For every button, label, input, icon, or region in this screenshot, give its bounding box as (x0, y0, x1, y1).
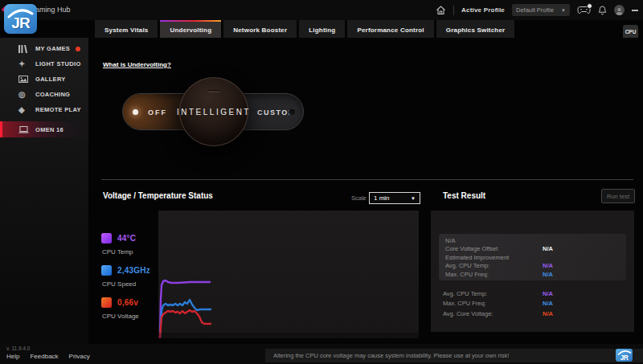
custom-indicator-dot (289, 109, 295, 115)
sidebar-item-coaching[interactable]: ◎COACHING (0, 87, 88, 102)
cpu-speed-swatch (101, 265, 112, 276)
topbar-divider (453, 6, 454, 15)
scale-label: Scale (351, 194, 367, 202)
footer-links: HelpFeedbackPrivacy (6, 353, 90, 360)
cpu-badge[interactable]: CPU (623, 25, 638, 38)
what-is-undervolting-link[interactable]: What is Undervolting? (103, 61, 171, 68)
result-label: Avg. CPU Temp: (443, 290, 543, 297)
result-value: N/A (543, 245, 553, 252)
result-row: Avg. Core Voltage:N/A (443, 309, 628, 319)
run-test-button[interactable]: Run test (601, 189, 635, 203)
diamond-icon: ◈ (18, 106, 30, 114)
result-value: N/A (543, 290, 553, 297)
voltage-warning-text: Altering the CPU core voltage may cause … (265, 349, 643, 362)
sidebar-item-gallery[interactable]: GALLERY (0, 72, 88, 87)
sidebar-item-omen-16[interactable]: OMEN 16 (0, 121, 88, 137)
laptop-icon (18, 126, 30, 133)
sparkle-icon: ✦ (18, 60, 30, 68)
controller-notification-dot (587, 3, 592, 9)
bell-icon[interactable] (598, 6, 607, 15)
toggle-knob-intelligent[interactable]: INTELLIGENT (179, 77, 248, 146)
toggle-option-intelligent: INTELLIGENT (177, 108, 251, 117)
result-row: Max. CPU Freq:N/A (445, 270, 620, 279)
result-row: Max. CPU Freq:N/A (443, 299, 628, 309)
cpu-speed-label: CPU Speed (102, 280, 156, 288)
tab-undervolting[interactable]: Undervolting (160, 20, 221, 38)
app-version: v. 11.9.4.0 (6, 346, 30, 351)
result-row: N/A (445, 236, 620, 245)
cpu-voltage-swatch (101, 297, 112, 308)
result-label: Avg. CPU Temp: (445, 262, 543, 269)
sidebar: MY GAMES✦LIGHT STUDIOGALLERY◎COACHING◈RE… (0, 38, 88, 344)
footer-link-feedback[interactable]: Feedback (30, 353, 58, 360)
cpu-temp-swatch (101, 233, 112, 243)
knob-slot-detail (207, 90, 220, 92)
title-bar: aming Hub Active Profile Default Profile… (0, 0, 643, 20)
active-profile-label: Active Profile (461, 6, 505, 14)
result-label: Max. CPU Freq: (445, 271, 543, 278)
footer-link-privacy[interactable]: Privacy (69, 353, 90, 360)
target-icon: ◎ (18, 91, 30, 99)
off-indicator-dot (133, 109, 138, 115)
app-title: aming Hub (35, 6, 71, 14)
section-divider (101, 179, 633, 180)
minimize-button[interactable] (632, 10, 638, 11)
tab-system-vitals[interactable]: System Vitals (95, 20, 158, 38)
gallery-icon (18, 76, 30, 83)
sidebar-item-label: OMEN 16 (35, 126, 63, 133)
tab-network-booster[interactable]: Network Booster (223, 20, 297, 38)
test-result-secondary-rows: Avg. CPU Temp:N/AMax. CPU Freq:N/AAvg. C… (443, 288, 628, 319)
result-value: N/A (543, 300, 553, 307)
omen-gaming-hub-window: aming Hub Active Profile Default Profile… (0, 0, 643, 364)
controller-icon[interactable] (577, 6, 591, 14)
result-label: Max. CPU Freq: (443, 300, 543, 307)
undervolting-mode-toggle: OFF CUSTOM INTELLIGENT (122, 77, 307, 149)
bars-icon (18, 45, 30, 53)
result-row: Avg. CPU Temp:N/A (445, 262, 620, 271)
result-row: Core Voltage OffsetN/A (445, 245, 620, 254)
voltage-temp-chart (158, 211, 419, 338)
result-row: Avg. CPU Temp:N/A (443, 288, 628, 299)
footer-link-help[interactable]: Help (6, 353, 19, 360)
legend-item-cpu-speed: 2,43GHzCPU Speed (101, 265, 156, 288)
chevron-down-icon: ▼ (411, 196, 416, 201)
sidebar-item-label: LIGHT STUDIO (35, 60, 81, 67)
result-label: Estimated Improvement (445, 254, 543, 261)
sidebar-item-label: MY GAMES (35, 45, 70, 52)
scale-select-value: 1 min (374, 194, 390, 202)
avatar[interactable] (614, 5, 625, 15)
home-icon[interactable] (436, 6, 446, 15)
sidebar-item-label: GALLERY (35, 76, 66, 83)
jr-watermark-logo-small: JR (616, 349, 633, 362)
result-value: N/A (543, 262, 553, 269)
cpu-voltage-label: CPU Voltage (102, 313, 156, 320)
cpu-voltage-value: 0,66v (117, 298, 138, 307)
profile-dropdown-value: Default Profile (516, 6, 554, 14)
cpu-temp-value: 44°C (117, 234, 136, 243)
legend-item-cpu-voltage: 0,66vCPU Voltage (101, 297, 156, 320)
result-value: N/A (543, 271, 553, 278)
result-row: Estimated Improvement (445, 253, 620, 262)
result-label: Core Voltage Offset (445, 245, 543, 252)
scale-select[interactable]: 1 min ▼ (369, 192, 420, 204)
chart-legend: 44°CCPU Temp2,43GHzCPU Speed0,66vCPU Vol… (101, 233, 156, 329)
test-result-panel: N/ACore Voltage OffsetN/AEstimated Impro… (431, 211, 634, 332)
tab-performance-control[interactable]: Performance Control (347, 20, 433, 38)
toggle-option-off[interactable]: OFF (148, 94, 167, 131)
footer-bar: v. 11.9.4.0 HelpFeedbackPrivacy Altering… (0, 344, 643, 364)
test-result-card: N/ACore Voltage OffsetN/AEstimated Impro… (439, 234, 626, 280)
profile-dropdown[interactable]: Default Profile ▼ (512, 4, 570, 16)
tab-lighting[interactable]: Lighting (299, 20, 345, 38)
result-label: Avg. Core Voltage: (443, 310, 543, 317)
notification-dot (76, 47, 80, 51)
status-section-title: Voltage / Temperature Status (103, 191, 213, 200)
cpu-speed-line (160, 300, 211, 337)
tab-graphics-switcher[interactable]: Graphics Switcher (436, 20, 515, 38)
chevron-down-icon: ▼ (561, 8, 566, 13)
cpu-temp-label: CPU Temp (102, 248, 156, 256)
feature-tabbar: System VitalsUndervoltingNetwork Booster… (95, 20, 514, 38)
sidebar-item-light-studio[interactable]: ✦LIGHT STUDIO (0, 56, 88, 72)
result-label: N/A (445, 237, 543, 244)
sidebar-item-my-games[interactable]: MY GAMES (0, 41, 88, 56)
sidebar-item-remote-play[interactable]: ◈REMOTE PLAY (0, 102, 88, 117)
